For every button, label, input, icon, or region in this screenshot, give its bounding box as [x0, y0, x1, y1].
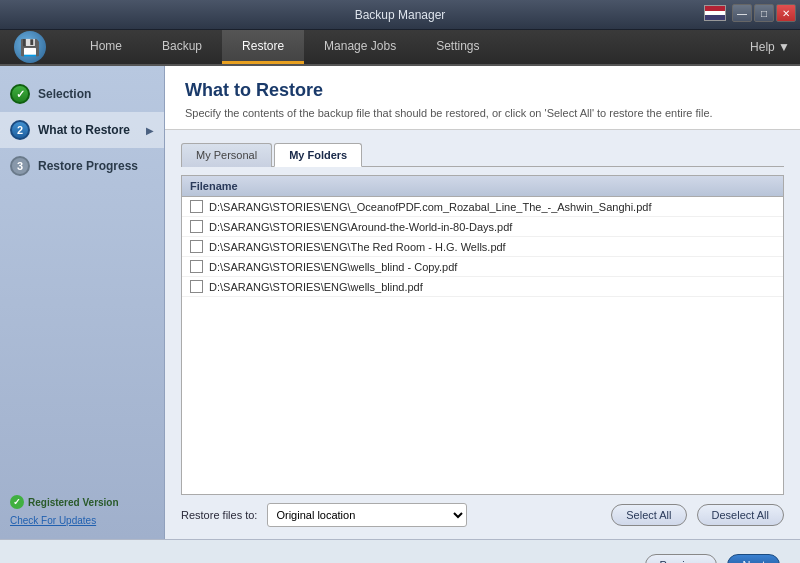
nav-logo: 💾	[0, 30, 60, 64]
file-name-2: D:\SARANG\STORIES\ENG\Around-the-World-i…	[209, 221, 512, 233]
tab-my-folders[interactable]: My Folders	[274, 143, 362, 167]
previous-button[interactable]: Previous	[645, 554, 718, 564]
navbar: 💾 Home Backup Restore Manage Jobs Settin…	[0, 30, 800, 66]
sidebar-item-restore-progress[interactable]: 3 Restore Progress	[0, 148, 164, 184]
restore-location-select[interactable]: Original location	[267, 503, 467, 527]
sidebar-arrow: ▶	[146, 125, 154, 136]
file-checkbox-1[interactable]	[190, 200, 203, 213]
file-item: D:\SARANG\STORIES\ENG\The Red Room - H.G…	[182, 237, 783, 257]
check-updates-link[interactable]: Check For Updates	[10, 515, 96, 526]
step-2-circle: 2	[10, 120, 30, 140]
registered-badge: ✓ Registered Version	[10, 495, 155, 509]
sidebar-label-restore-progress: Restore Progress	[38, 159, 138, 173]
content-body: My Personal My Folders Filename D:\SARAN…	[165, 130, 800, 539]
sidebar-item-selection[interactable]: ✓ Selection	[0, 76, 164, 112]
content-area: What to Restore Specify the contents of …	[165, 66, 800, 539]
select-all-button[interactable]: Select All	[611, 504, 686, 526]
file-list-container[interactable]: Filename D:\SARANG\STORIES\ENG\_OceanofP…	[181, 175, 784, 495]
main-layout: ✓ Selection 2 What to Restore ▶ 3 Restor…	[0, 66, 800, 539]
nav-settings[interactable]: Settings	[416, 30, 499, 64]
registered-icon: ✓	[10, 495, 24, 509]
action-bar: Previous Next	[0, 539, 800, 563]
file-item: D:\SARANG\STORIES\ENG\Around-the-World-i…	[182, 217, 783, 237]
file-name-4: D:\SARANG\STORIES\ENG\wells_blind - Copy…	[209, 261, 457, 273]
next-button[interactable]: Next	[727, 554, 780, 564]
file-item: D:\SARANG\STORIES\ENG\_OceanofPDF.com_Ro…	[182, 197, 783, 217]
nav-help[interactable]: Help ▼	[740, 30, 800, 64]
titlebar: Backup Manager — □ ✕	[0, 0, 800, 30]
tabs: My Personal My Folders	[181, 142, 784, 167]
sidebar-label-selection: Selection	[38, 87, 91, 101]
step-3-circle: 3	[10, 156, 30, 176]
content-title: What to Restore	[185, 80, 780, 101]
restore-files-label: Restore files to:	[181, 509, 257, 521]
file-name-3: D:\SARANG\STORIES\ENG\The Red Room - H.G…	[209, 241, 506, 253]
file-item: D:\SARANG\STORIES\ENG\wells_blind - Copy…	[182, 257, 783, 277]
tab-my-personal[interactable]: My Personal	[181, 143, 272, 167]
bottom-controls: Restore files to: Original location Sele…	[181, 495, 784, 527]
nav-home[interactable]: Home	[70, 30, 142, 64]
content-description: Specify the contents of the backup file …	[185, 107, 780, 119]
titlebar-title: Backup Manager	[355, 8, 446, 22]
sidebar-item-what-to-restore[interactable]: 2 What to Restore ▶	[0, 112, 164, 148]
sidebar: ✓ Selection 2 What to Restore ▶ 3 Restor…	[0, 66, 165, 539]
file-checkbox-3[interactable]	[190, 240, 203, 253]
flag-icon	[704, 5, 726, 21]
file-name-1: D:\SARANG\STORIES\ENG\_OceanofPDF.com_Ro…	[209, 201, 651, 213]
close-button[interactable]: ✕	[776, 4, 796, 22]
file-item: D:\SARANG\STORIES\ENG\wells_blind.pdf	[182, 277, 783, 297]
registered-label: Registered Version	[28, 497, 119, 508]
sidebar-label-what-to-restore: What to Restore	[38, 123, 130, 137]
nav-items: Home Backup Restore Manage Jobs Settings	[60, 30, 740, 64]
file-checkbox-5[interactable]	[190, 280, 203, 293]
content-header: What to Restore Specify the contents of …	[165, 66, 800, 130]
file-list-header: Filename	[182, 176, 783, 197]
file-checkbox-4[interactable]	[190, 260, 203, 273]
file-name-5: D:\SARANG\STORIES\ENG\wells_blind.pdf	[209, 281, 423, 293]
sidebar-footer: ✓ Registered Version Check For Updates	[0, 487, 165, 535]
restore-location-wrapper: Original location	[267, 503, 467, 527]
file-checkbox-2[interactable]	[190, 220, 203, 233]
minimize-button[interactable]: —	[732, 4, 752, 22]
step-1-circle: ✓	[10, 84, 30, 104]
nav-restore[interactable]: Restore	[222, 30, 304, 64]
app-logo: 💾	[14, 31, 46, 63]
maximize-button[interactable]: □	[754, 4, 774, 22]
nav-manage-jobs[interactable]: Manage Jobs	[304, 30, 416, 64]
deselect-all-button[interactable]: Deselect All	[697, 504, 784, 526]
titlebar-controls: — □ ✕	[704, 4, 796, 22]
nav-backup[interactable]: Backup	[142, 30, 222, 64]
